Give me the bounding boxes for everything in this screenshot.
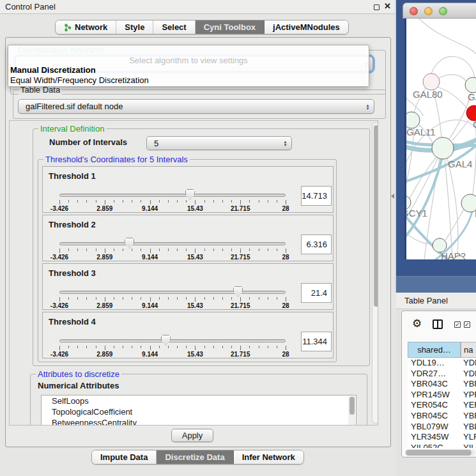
algorithm-option[interactable]: Manual Discretization (10, 65, 96, 75)
slider-scale-label: 28 (282, 205, 289, 212)
threshold-slider-thumb[interactable] (185, 189, 195, 200)
network-node-gal80[interactable] (423, 73, 440, 90)
settings-scrollbar-thumb[interactable] (374, 125, 379, 307)
gear-icon[interactable]: ⚙ (412, 317, 422, 330)
network-node-gal4[interactable] (432, 137, 454, 159)
slider-tick (213, 249, 214, 251)
slider-scale-label: 28 (282, 254, 289, 261)
threshold-slider-track[interactable] (59, 194, 286, 197)
attributes-scrollbar[interactable] (348, 396, 355, 426)
window-minimize-traffic-light-icon[interactable] (424, 7, 433, 15)
table-rows[interactable]: YDL19…YDL1YDR27…YDR2YBR043CYBR0YPR145WYP… (408, 358, 476, 448)
attribute-list-item[interactable]: SelfLoops (42, 395, 356, 406)
tab-select[interactable]: Select (153, 20, 195, 34)
algorithm-option[interactable]: Equal Width/Frequency Discretization (10, 75, 149, 85)
threshold-value-field[interactable]: 21.4 (301, 283, 332, 303)
threshold-value-field[interactable]: 14.713 (301, 186, 332, 206)
slider-tick (240, 249, 241, 253)
table-row[interactable]: YDL19…YDL1 (408, 358, 476, 369)
threshold-value-field[interactable]: 6.316 (301, 234, 332, 254)
slider-tick (177, 249, 178, 251)
checkbox-select-all-icon[interactable]: ✓ (454, 321, 461, 328)
table-scrollbar-thumb[interactable] (406, 450, 472, 456)
network-window-titlebar[interactable] (403, 3, 476, 19)
slider-tick (222, 297, 223, 300)
number-of-intervals-label: Number of Intervals (49, 137, 127, 147)
float-window-icon[interactable] (374, 4, 380, 10)
slider-tick (77, 249, 78, 251)
attributes-scrollbar-thumb[interactable] (349, 397, 355, 415)
columns-icon[interactable] (433, 319, 443, 329)
slider-tick (213, 200, 214, 203)
table-cell-name: YLR3 (458, 432, 476, 443)
tab-impute-data[interactable]: Impute Data (92, 450, 157, 464)
tab-jactivemnodules[interactable]: jActiveMNodules (265, 20, 348, 34)
number-of-intervals-combobox[interactable]: 5 ▴▾ (146, 136, 292, 150)
slider-tick (277, 297, 277, 300)
table-row[interactable]: YBR043CYBR0 (408, 379, 476, 390)
table-horizontal-scrollbar[interactable] (405, 449, 475, 456)
slider-tick (132, 249, 132, 251)
slider-tick (231, 346, 232, 348)
network-graph: GAL80GACGAL11GAL4GCY1HHAP2 (406, 19, 476, 259)
window-close-traffic-light-icon[interactable] (410, 7, 418, 15)
table-header-shared-name[interactable]: shared… (408, 342, 461, 358)
slider-tick (77, 200, 78, 203)
threshold-value-field[interactable]: 11.344 (301, 332, 332, 351)
attribute-list-item[interactable]: BetweennessCentrality (42, 417, 356, 426)
table-header-name[interactable]: na (461, 342, 476, 358)
numerical-attributes-list[interactable]: SelfLoopsTopologicalCoefficientBetweenne… (41, 395, 357, 426)
checkbox-select-none-icon[interactable]: ✓ (464, 321, 470, 328)
panel-divider[interactable] (395, 0, 396, 293)
tab-style[interactable]: Style (116, 20, 153, 34)
apply-button[interactable]: Apply (171, 429, 213, 442)
control-panel-tabbar: NetworkStyleSelectCyni ToolboxjActiveMNo… (55, 20, 349, 35)
tab-cyni-toolbox[interactable]: Cyni Toolbox (196, 20, 265, 34)
slider-tick (249, 249, 250, 251)
slider-tick (213, 346, 214, 348)
slider-tick (86, 346, 87, 348)
tab-network[interactable]: Network (56, 20, 116, 34)
attribute-items: SelfLoopsTopologicalCoefficientBetweenne… (42, 395, 356, 426)
attribute-list-item[interactable]: TopologicalCoefficient (42, 406, 356, 417)
slider-tick (96, 200, 96, 203)
slider-tick (222, 249, 223, 251)
slider-tick (168, 249, 169, 251)
slider-tick (249, 297, 250, 300)
slider-scale-label: 21.715 (231, 254, 250, 261)
algorithm-dropdown-popup: Select algorithm to view settings Manual… (8, 45, 369, 87)
close-icon[interactable]: ✕ (384, 1, 391, 11)
slider-tick (114, 200, 114, 203)
table-row[interactable]: YDR27…YDR2 (408, 369, 476, 380)
settings-vertical-scrollbar[interactable] (372, 122, 378, 424)
table-cell-name: YPR1 (458, 390, 476, 401)
tab-infer-network[interactable]: Infer Network (234, 450, 303, 464)
threshold-slider-thumb[interactable] (125, 238, 134, 249)
tab-label: Style (125, 22, 144, 32)
network-edge (406, 128, 414, 199)
table-cell-name: YIL0 (458, 443, 476, 448)
window-zoom-traffic-light-icon[interactable] (439, 7, 447, 15)
slider-scale-label: 2.859 (96, 351, 112, 358)
table-row[interactable]: YER054CYER0 (408, 400, 476, 411)
table-row[interactable]: YPR145WYPR1 (408, 390, 476, 401)
network-node-ga[interactable] (465, 77, 476, 93)
threshold-slider-track[interactable] (59, 339, 286, 342)
table-row[interactable]: YBL079WYBL0 (408, 422, 476, 433)
threshold-slider-track[interactable] (59, 242, 286, 245)
network-view-canvas[interactable]: GAL80GACGAL11GAL4GCY1HHAP2 (404, 19, 476, 259)
table-row[interactable]: YLR345WYLR3 (408, 432, 476, 443)
network-node-h[interactable] (461, 194, 476, 212)
divider-collapse-arrow-icon[interactable] (391, 194, 394, 199)
tab-label: Infer Network (242, 452, 295, 462)
table-row[interactable]: YBR045CYBR0 (408, 411, 476, 422)
threshold-slider-thumb[interactable] (161, 335, 171, 346)
slider-tick (231, 200, 232, 203)
slider-tick (204, 346, 205, 348)
threshold-slider-track[interactable] (59, 291, 286, 294)
threshold-slider-thumb[interactable] (233, 286, 243, 297)
tab-discretize-data[interactable]: Discretize Data (157, 450, 233, 464)
table-row[interactable]: YIL052CYIL0 (408, 443, 476, 448)
bottom-tabbar: Impute DataDiscretize DataInfer Network (91, 450, 304, 464)
table-data-combobox[interactable]: galFiltered.sif default node ▴▾ (18, 99, 374, 114)
